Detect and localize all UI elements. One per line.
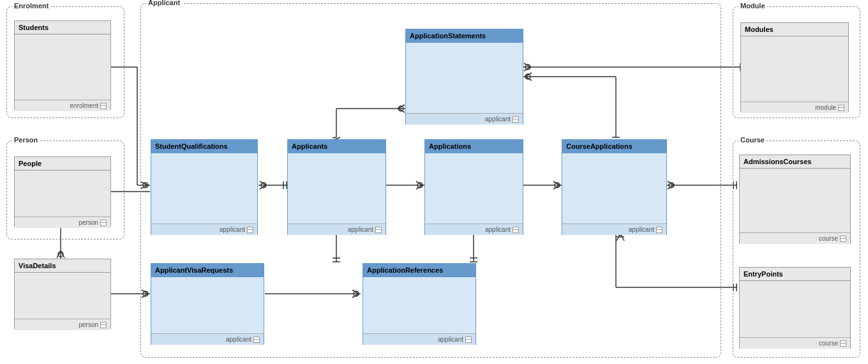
courseapplications-footer: applicant [562, 224, 666, 235]
entrypoints-table-icon [840, 340, 846, 347]
courseapplications-header: CourseApplications [562, 140, 666, 153]
applicant-group-label: Applicant [146, 0, 182, 6]
visadetails-entity[interactable]: VisaDetails person [14, 259, 111, 329]
studentqualifications-header: StudentQualifications [151, 140, 257, 153]
students-table-icon [100, 103, 107, 109]
applicationstatements-footer: applicant [406, 113, 523, 125]
visadetails-footer: person [15, 319, 110, 330]
enrolment-group-label: Enrolment [12, 2, 50, 10]
ar-table-icon [465, 337, 472, 343]
svg-line-14 [57, 251, 61, 258]
admcourses-table-icon [840, 236, 846, 242]
students-footer: enrolment [15, 100, 110, 111]
applicationreferences-body [363, 277, 475, 333]
students-header: Students [15, 21, 110, 34]
applications-body [425, 153, 523, 224]
entrypoints-body [740, 281, 850, 337]
modules-header: Modules [741, 23, 848, 36]
visadetails-header: VisaDetails [15, 259, 110, 273]
students-entity[interactable]: Students enrolment [14, 20, 111, 110]
modules-table-icon [838, 105, 844, 111]
applicants-header: Applicants [288, 140, 385, 153]
applicationstatements-body [406, 43, 523, 113]
applicationreferences-footer: applicant [363, 333, 475, 345]
people-table-icon [100, 220, 107, 226]
entrypoints-footer: course [740, 337, 850, 349]
applications-footer: applicant [425, 224, 523, 235]
people-entity[interactable]: People person [14, 156, 111, 227]
applicantvisarequests-footer: applicant [151, 333, 264, 345]
applicationreferences-entity[interactable]: ApplicationReferences applicant [363, 263, 476, 345]
applicationreferences-header: ApplicationReferences [363, 264, 475, 277]
modules-body [741, 36, 848, 102]
applicants-table-icon [375, 227, 382, 233]
admissionscourses-body [740, 169, 850, 232]
modules-footer: module [741, 102, 848, 113]
admissionscourses-header: AdmissionsCourses [740, 155, 850, 169]
courseapplications-entity[interactable]: CourseApplications applicant [562, 139, 667, 235]
people-body [15, 171, 110, 216]
applicationstatements-entity[interactable]: ApplicationStatements applicant [405, 29, 523, 125]
course-group-label: Course [738, 136, 767, 144]
applicants-footer: applicant [288, 224, 385, 235]
studentqualifications-footer: applicant [151, 224, 257, 235]
students-body [15, 34, 110, 100]
svg-line-15 [61, 251, 64, 258]
sq-table-icon [247, 227, 253, 233]
people-header: People [15, 157, 110, 171]
studentqualifications-entity[interactable]: StudentQualifications applicant [151, 139, 258, 235]
svg-point-13 [58, 252, 63, 257]
module-group-label: Module [738, 2, 767, 10]
applicationstatements-header: ApplicationStatements [406, 29, 523, 43]
applicantvisarequests-body [151, 277, 264, 333]
applicantvisarequests-entity[interactable]: ApplicantVisaRequests applicant [151, 263, 264, 345]
appstatements-table-icon [513, 116, 519, 123]
admissionscourses-entity[interactable]: AdmissionsCourses course [739, 155, 851, 244]
people-footer: person [15, 216, 110, 228]
admissionscourses-footer: course [740, 232, 850, 244]
visadetails-body [15, 273, 110, 319]
courseapplications-body [562, 153, 666, 224]
applicants-entity[interactable]: Applicants applicant [287, 139, 386, 235]
applicantvisarequests-header: ApplicantVisaRequests [151, 264, 264, 277]
studentqualifications-body [151, 153, 257, 224]
applications-entity[interactable]: Applications applicant [424, 139, 523, 235]
diagram-container: Enrolment Person Applicant Module Course… [0, 0, 868, 364]
modules-entity[interactable]: Modules module [740, 22, 849, 112]
visadetails-table-icon [100, 322, 107, 328]
entrypoints-entity[interactable]: EntryPoints course [739, 267, 851, 349]
person-group-label: Person [12, 136, 40, 144]
avr-table-icon [253, 337, 260, 343]
courseapplications-table-icon [656, 227, 662, 233]
applications-header: Applications [425, 140, 523, 153]
applicants-body [288, 153, 385, 224]
entrypoints-header: EntryPoints [740, 268, 850, 281]
applications-table-icon [513, 227, 519, 233]
